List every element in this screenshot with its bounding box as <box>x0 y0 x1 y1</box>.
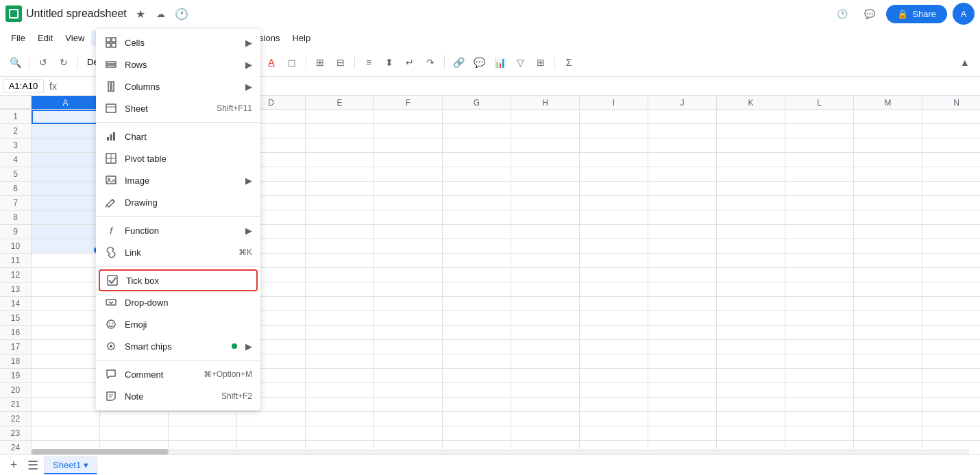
toolbar-collapse-button[interactable]: ▲ <box>955 53 975 72</box>
table-row[interactable] <box>854 326 922 340</box>
row-num-23[interactable]: 23 <box>0 426 31 441</box>
table-row[interactable] <box>32 110 100 124</box>
table-row[interactable] <box>717 340 785 354</box>
table-row[interactable] <box>648 412 717 426</box>
table-row[interactable] <box>580 225 648 239</box>
table-row[interactable] <box>443 254 511 268</box>
table-row[interactable] <box>717 167 785 182</box>
col-header-k[interactable]: K <box>717 96 785 109</box>
table-row[interactable] <box>32 383 100 398</box>
table-row[interactable] <box>648 354 717 369</box>
table-row[interactable] <box>580 311 648 326</box>
table-row[interactable] <box>32 398 100 412</box>
table-row[interactable] <box>374 239 443 254</box>
table-row[interactable] <box>785 326 854 340</box>
table-row[interactable] <box>443 297 511 311</box>
table-row[interactable] <box>374 311 443 326</box>
table-row[interactable] <box>511 412 580 426</box>
table-row[interactable] <box>648 182 717 196</box>
move-to-drive-button[interactable]: ☁ <box>153 5 169 22</box>
table-row[interactable] <box>854 225 922 239</box>
table-row[interactable] <box>374 210 443 225</box>
row-num-11[interactable]: 11 <box>0 254 31 268</box>
table-row[interactable] <box>374 254 443 268</box>
table-row[interactable] <box>922 412 980 426</box>
table-row[interactable] <box>580 210 648 225</box>
h-scrollbar[interactable] <box>32 449 969 454</box>
col-header-g[interactable]: G <box>443 96 511 109</box>
table-row[interactable] <box>237 426 306 441</box>
table-row[interactable] <box>443 210 511 225</box>
table-row[interactable] <box>922 282 980 297</box>
chart-button[interactable]: 📊 <box>490 53 509 72</box>
cell-reference-input[interactable] <box>3 79 44 93</box>
table-row[interactable] <box>169 412 237 426</box>
table-row[interactable] <box>374 153 443 167</box>
col-header-m[interactable]: M <box>854 96 922 109</box>
table-row[interactable] <box>511 398 580 412</box>
table-row[interactable] <box>32 239 100 254</box>
table-row[interactable] <box>374 124 443 138</box>
table-row[interactable] <box>511 124 580 138</box>
table-row[interactable] <box>306 297 374 311</box>
table-row[interactable] <box>785 124 854 138</box>
table-row[interactable] <box>854 369 922 383</box>
table-row[interactable] <box>443 167 511 182</box>
table-row[interactable] <box>511 153 580 167</box>
menu-item-pivot-table[interactable]: Pivot table <box>96 147 260 169</box>
table-row[interactable] <box>443 426 511 441</box>
h-scrollbar-thumb[interactable] <box>32 449 169 454</box>
table-row[interactable] <box>374 354 443 369</box>
table-row[interactable] <box>443 398 511 412</box>
table-row[interactable] <box>717 383 785 398</box>
table-row[interactable] <box>511 354 580 369</box>
fill-color-button[interactable]: ◻ <box>282 53 302 72</box>
row-num-2[interactable]: 2 <box>0 124 31 138</box>
col-header-h[interactable]: H <box>511 96 580 109</box>
row-num-8[interactable]: 8 <box>0 210 31 225</box>
table-row[interactable] <box>32 124 100 138</box>
filter-button[interactable]: ▽ <box>511 53 530 72</box>
table-row[interactable] <box>306 412 374 426</box>
table-row[interactable] <box>32 354 100 369</box>
row-num-7[interactable]: 7 <box>0 196 31 210</box>
table-row[interactable] <box>374 369 443 383</box>
table-row[interactable] <box>648 225 717 239</box>
merge-cells-button[interactable]: ⊟ <box>331 53 350 72</box>
table-row[interactable] <box>306 311 374 326</box>
row-num-16[interactable]: 16 <box>0 326 31 340</box>
table-row[interactable] <box>374 426 443 441</box>
table-row[interactable] <box>785 369 854 383</box>
add-sheet-button[interactable]: + <box>5 457 22 474</box>
table-row[interactable] <box>648 398 717 412</box>
table-row[interactable] <box>785 297 854 311</box>
table-row[interactable] <box>32 340 100 354</box>
wrap-button[interactable]: ↵ <box>400 53 419 72</box>
table-row[interactable] <box>922 311 980 326</box>
table-row[interactable] <box>32 153 100 167</box>
table-row[interactable] <box>443 268 511 282</box>
table-row[interactable] <box>922 383 980 398</box>
table-row[interactable] <box>785 398 854 412</box>
table-row[interactable] <box>306 167 374 182</box>
table-row[interactable] <box>374 398 443 412</box>
table-row[interactable] <box>511 340 580 354</box>
table-row[interactable] <box>511 311 580 326</box>
table-row[interactable] <box>717 182 785 196</box>
table-row[interactable] <box>32 412 100 426</box>
search-button[interactable]: 🔍 <box>5 53 25 72</box>
table-row[interactable] <box>443 311 511 326</box>
table-row[interactable] <box>306 196 374 210</box>
table-row[interactable] <box>511 268 580 282</box>
table-row[interactable] <box>922 239 980 254</box>
table-row[interactable] <box>785 412 854 426</box>
table-row[interactable] <box>922 326 980 340</box>
table-row[interactable] <box>785 254 854 268</box>
table-row[interactable] <box>32 167 100 182</box>
table-row[interactable] <box>306 268 374 282</box>
menu-item-drop-down[interactable]: Drop-down <box>96 291 260 313</box>
table-row[interactable] <box>854 340 922 354</box>
table-row[interactable] <box>511 369 580 383</box>
menu-item-smart-chips[interactable]: Smart chips ▶ <box>96 335 260 357</box>
table-row[interactable] <box>511 282 580 297</box>
